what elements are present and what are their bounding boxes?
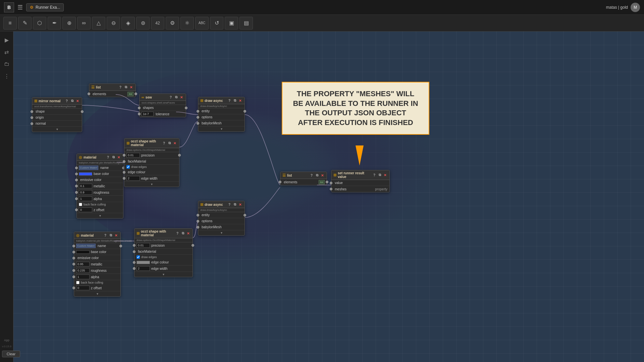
precision-input[interactable]	[126, 153, 140, 158]
copy-icon[interactable]: ⧉	[174, 95, 178, 100]
question-icon[interactable]: ?	[168, 95, 173, 100]
copy-icon[interactable]: ⧉	[180, 231, 185, 236]
node-runner[interactable]: ⊞ set runner result value ? ⧉ ✕ value me…	[331, 170, 390, 192]
edge-color2-swatch[interactable]	[137, 261, 150, 264]
node-mirror[interactable]: ⊞ mirror normal ? ⧉ ✕ occt.transforms.mi…	[32, 97, 82, 132]
question-icon[interactable]: ?	[106, 155, 110, 160]
tool-atom[interactable]: ⚛	[180, 17, 194, 29]
question-icon[interactable]: ?	[103, 233, 108, 238]
backface2-checkbox[interactable]	[76, 281, 79, 284]
base-color2-swatch[interactable]	[76, 250, 90, 254]
tool-cube[interactable]: ◈	[121, 17, 135, 29]
metallic2-input[interactable]	[76, 262, 90, 266]
node-list2-title: list	[287, 174, 292, 177]
node-material2[interactable]: ◎ material ? ⧉ ✕ babylon.material.pbr.Me…	[74, 232, 121, 297]
expand-btn[interactable]: ▾	[198, 230, 245, 235]
tool-target[interactable]: ⊕	[62, 17, 76, 29]
roughness2-input[interactable]	[76, 268, 90, 273]
expand-btn[interactable]: ▾	[124, 182, 179, 187]
app-label: App	[0, 339, 13, 342]
swap-button[interactable]: ⇄	[2, 47, 12, 57]
copy-icon[interactable]: ⧉	[167, 141, 172, 145]
copy-icon[interactable]: ⧉	[315, 173, 319, 178]
copy-icon[interactable]: ⧉	[232, 202, 237, 207]
tool-menu2[interactable]: ▤	[239, 17, 253, 29]
close-icon[interactable]: ✕	[179, 95, 184, 100]
tool-hexagon[interactable]: ⬡	[33, 17, 46, 29]
question-icon[interactable]: ?	[162, 141, 166, 145]
close-icon[interactable]: ✕	[114, 233, 118, 238]
backface-checkbox[interactable]	[79, 203, 82, 206]
zoffset-input[interactable]	[79, 207, 92, 212]
close-icon[interactable]: ✕	[186, 231, 191, 236]
hamburger-menu[interactable]: ☰	[17, 4, 23, 11]
copy-icon[interactable]: ⧉	[232, 98, 237, 103]
question-icon[interactable]: ?	[227, 202, 232, 207]
precision2-input[interactable]	[137, 243, 150, 248]
base-color-swatch[interactable]	[79, 172, 92, 176]
clear-button[interactable]: Clear	[2, 351, 20, 357]
edge-width2-input[interactable]	[137, 266, 150, 271]
alpha2-input[interactable]	[76, 275, 90, 279]
copy-icon[interactable]: ⧉	[123, 85, 128, 89]
play-button[interactable]: ▶	[2, 35, 12, 45]
close-icon[interactable]: ✕	[238, 98, 243, 103]
expand-btn[interactable]: ▾	[77, 213, 123, 218]
node-sew[interactable]: ∞ sew ? ⧉ ✕ occt.shapes.shell.sewFaces s…	[139, 94, 186, 117]
expand-btn[interactable]: ▾	[32, 127, 82, 132]
tool-link[interactable]: ∞	[77, 17, 91, 29]
copy-icon[interactable]: ⧉	[377, 173, 382, 177]
question-icon[interactable]: ?	[227, 98, 232, 103]
folder-button[interactable]: 🗀	[2, 59, 12, 69]
metallic-input[interactable]	[79, 184, 92, 188]
tool-gear2[interactable]: ⚙	[166, 17, 179, 29]
tool-spiral[interactable]: ↺	[210, 17, 223, 29]
draw-edges2-checkbox[interactable]	[137, 255, 140, 259]
tool-number[interactable]: 42	[151, 17, 164, 29]
tool-notes[interactable]: ≡	[3, 17, 17, 29]
copy-icon[interactable]: ⧉	[70, 99, 74, 103]
close-icon[interactable]: ✕	[172, 141, 177, 145]
copy-icon[interactable]: ⧉	[111, 155, 116, 160]
node-occt-shape2[interactable]: ⊞ occt shape with material ? ⧉ ✕ draw.op…	[134, 228, 193, 277]
tool-select[interactable]: ✎	[18, 17, 32, 29]
node-list1[interactable]: ☰ list ? ⧉ ✕ elements list	[89, 83, 136, 97]
tool-text[interactable]: ABC	[195, 17, 209, 29]
close-icon[interactable]: ✕	[116, 155, 121, 160]
more-button[interactable]: ⋮	[2, 71, 12, 81]
draw-edges-checkbox[interactable]	[126, 165, 130, 169]
tool-square[interactable]: ▣	[225, 17, 238, 29]
expand-btn[interactable]: ▾	[135, 272, 193, 277]
question-icon[interactable]: ?	[64, 99, 69, 103]
project-tab[interactable]: ⚙ Runner Exa...	[26, 3, 64, 11]
roughness-input[interactable]	[79, 190, 92, 195]
row-shapes: shapes	[140, 105, 186, 111]
question-icon[interactable]: ?	[118, 85, 123, 89]
tool-pen[interactable]: ✒	[48, 17, 61, 29]
question-icon[interactable]: ?	[175, 231, 180, 236]
close-icon[interactable]: ✕	[320, 173, 325, 178]
tolerance-input[interactable]	[142, 112, 154, 116]
expand-btn[interactable]: ▾	[198, 126, 245, 131]
close-icon[interactable]: ✕	[75, 99, 80, 103]
node-list2[interactable]: ☰ list ? ⧉ ✕ elements list	[280, 172, 327, 185]
tool-cup[interactable]: ⊖	[107, 17, 120, 29]
node-draw-async1[interactable]: ⊞ draw async ? ⧉ ✕ draw.drawAsyncAsync e…	[198, 97, 245, 132]
logo[interactable]: B	[4, 2, 14, 12]
expand-btn[interactable]: ▾	[74, 291, 120, 296]
close-icon[interactable]: ✕	[129, 85, 133, 89]
row-shape: shape	[32, 109, 82, 115]
node-draw-async2[interactable]: ⊞ draw async ? ⧉ ✕ draw.drawAsyncAsync e…	[198, 201, 245, 236]
close-icon[interactable]: ✕	[238, 202, 243, 207]
close-icon[interactable]: ✕	[383, 173, 387, 177]
copy-icon[interactable]: ⧉	[108, 233, 113, 238]
question-icon[interactable]: ?	[372, 173, 377, 177]
tool-circles[interactable]: ⊚	[136, 17, 150, 29]
alpha-input[interactable]	[79, 196, 92, 201]
node-occt-shape1[interactable]: ⊞ occt shape with material ? ⧉ ✕ draw.op…	[124, 138, 179, 187]
zoffset2-input[interactable]	[76, 286, 90, 290]
edge-width-input[interactable]	[126, 176, 140, 181]
tool-shape[interactable]: △	[92, 17, 105, 29]
node-material1[interactable]: ◎ material ? ⧉ ✕ babylon.material.pbr.Me…	[76, 154, 123, 219]
question-icon[interactable]: ?	[309, 173, 314, 178]
